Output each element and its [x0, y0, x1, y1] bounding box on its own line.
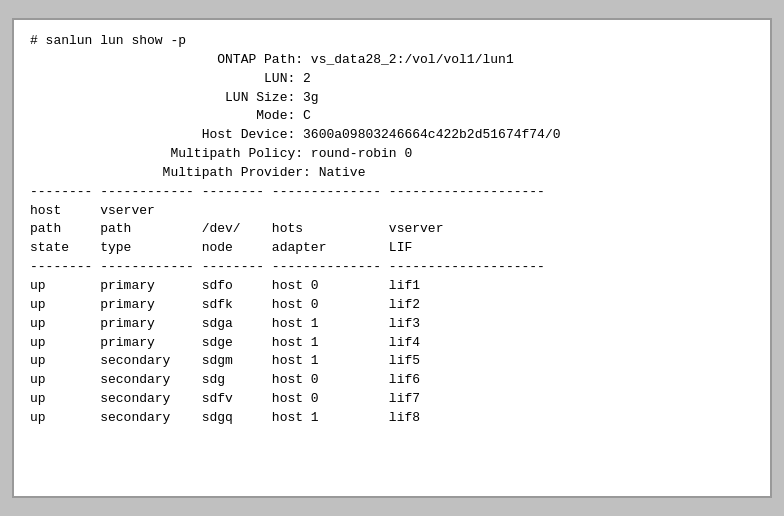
terminal-content: # sanlun lun show -p ONTAP Path: vs_data… — [30, 32, 754, 428]
terminal-box: # sanlun lun show -p ONTAP Path: vs_data… — [12, 18, 772, 498]
